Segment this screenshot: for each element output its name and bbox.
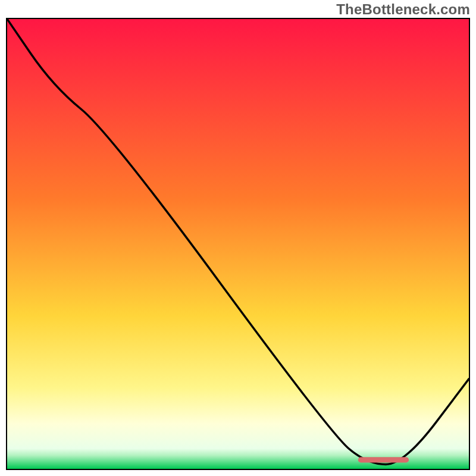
chart-plot-area [6, 18, 470, 470]
chart-stage: TheBottleneck.com [0, 0, 476, 476]
chart-optimal-marker [7, 19, 469, 469]
watermark-text: TheBottleneck.com [336, 1, 470, 18]
svg-rect-1 [358, 457, 409, 462]
